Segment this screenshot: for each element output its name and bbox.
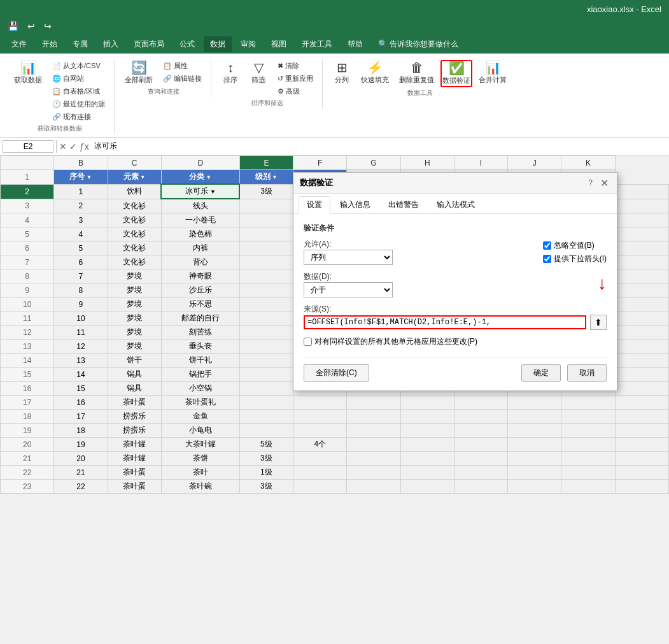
cell-7-extra-4[interactable] — [615, 255, 668, 269]
cell-23-extra-4[interactable] — [615, 480, 668, 494]
cell-22-extra-4[interactable] — [615, 466, 668, 480]
ribbon-btn-data-validation[interactable]: ✅ 数据验证 — [440, 60, 472, 87]
cell-18-g[interactable] — [347, 410, 400, 424]
ribbon-btn-split[interactable]: ⊞ 分列 — [329, 60, 355, 86]
cell-5-b[interactable]: 4 — [54, 227, 108, 241]
ribbon-btn-edit-links[interactable]: 🔗 编辑链接 — [159, 73, 206, 85]
ribbon-btn-advanced[interactable]: ⚙ 高级 — [274, 85, 317, 97]
cell-6-d[interactable]: 内裤 — [161, 241, 239, 255]
cell-11-b[interactable]: 10 — [54, 311, 108, 326]
col-header-h[interactable]: H — [400, 156, 454, 170]
cell-11-e[interactable] — [239, 311, 293, 326]
cancel-formula-icon[interactable]: ✕ — [59, 141, 67, 152]
cell-18-extra-1[interactable] — [454, 410, 507, 424]
cell-22-extra-2[interactable] — [508, 466, 561, 480]
cell-17-d[interactable]: 茶叶蛋礼 — [161, 396, 239, 410]
cell-18-e[interactable] — [239, 410, 293, 424]
cell-2-extra-4[interactable] — [615, 184, 668, 199]
cell-14-extra-4[interactable] — [615, 354, 668, 368]
cell-18-f[interactable] — [293, 410, 347, 424]
cell-22-c[interactable]: 茶叶蛋 — [108, 466, 161, 480]
cell-6-c[interactable]: 文化衫 — [108, 241, 161, 255]
cell-7-d[interactable]: 背心 — [161, 255, 239, 269]
cell-2-e[interactable]: 3级 — [239, 184, 293, 199]
cell-5-d[interactable]: 染色棉 — [161, 227, 239, 241]
cell-13-b[interactable]: 12 — [54, 340, 108, 354]
confirm-formula-icon[interactable]: ✓ — [69, 141, 77, 152]
cell-20-extra-3[interactable] — [561, 438, 615, 452]
cell-19-e[interactable] — [239, 424, 293, 438]
header-element[interactable]: 元素▼ — [108, 170, 161, 185]
cell-15-e[interactable] — [239, 368, 293, 382]
cell-22-b[interactable]: 21 — [54, 466, 108, 480]
cell-17-g[interactable] — [347, 396, 400, 410]
dialog-data-select[interactable]: 介于 — [304, 282, 393, 297]
cell-6-b[interactable]: 5 — [54, 241, 108, 255]
menu-view[interactable]: 视图 — [265, 36, 293, 52]
cell-15-c[interactable]: 锅具 — [108, 368, 161, 382]
cell-reference-input[interactable]: E2 — [3, 140, 53, 153]
ribbon-btn-from-text[interactable]: 📄 从文本/CSV — [48, 60, 109, 72]
data-validation-dialog[interactable]: 数据验证 ? ✕ 设置 输入信息 出错警告 输入法模式 验证条件 允许(A): … — [293, 172, 617, 391]
ribbon-btn-clear[interactable]: ✖ 清除 — [274, 60, 317, 72]
cell-7-c[interactable]: 文化衫 — [108, 255, 161, 269]
dialog-tab-settings[interactable]: 设置 — [299, 196, 330, 214]
cell-10-b[interactable]: 9 — [54, 297, 108, 311]
cell-21-e[interactable]: 3级 — [239, 452, 293, 466]
cell-16-e[interactable] — [239, 382, 293, 396]
col-header-i[interactable]: I — [454, 156, 507, 170]
dialog-btn-clear-all[interactable]: 全部清除(C) — [304, 364, 369, 382]
menu-page-layout[interactable]: 页面布局 — [127, 36, 171, 52]
cell-21-extra-1[interactable] — [454, 452, 507, 466]
cell-3-d[interactable]: 线头 — [161, 199, 239, 213]
cell-19-extra-0[interactable] — [400, 424, 454, 438]
cell-13-e[interactable] — [239, 340, 293, 354]
cell-8-b[interactable]: 7 — [54, 269, 108, 283]
cell-14-d[interactable]: 饼干礼 — [161, 354, 239, 368]
cell-21-g[interactable] — [347, 452, 400, 466]
cell-4-extra-4[interactable] — [615, 213, 668, 227]
cell-21-extra-3[interactable] — [561, 452, 615, 466]
ribbon-btn-refresh-all[interactable]: 🔄 全部刷新 — [121, 60, 157, 86]
cell-22-d[interactable]: 茶叶 — [161, 466, 239, 480]
cell-10-e[interactable] — [239, 297, 293, 311]
menu-home[interactable]: 开始 — [36, 36, 64, 52]
ribbon-btn-from-web[interactable]: 🌐 自网站 — [48, 73, 109, 85]
menu-file[interactable]: 文件 — [5, 36, 33, 52]
cell-12-e[interactable] — [239, 326, 293, 340]
cell-21-b[interactable]: 20 — [54, 452, 108, 466]
menu-data[interactable]: 数据 — [204, 36, 232, 52]
cell-21-c[interactable]: 茶叶罐 — [108, 452, 161, 466]
cell-12-c[interactable]: 梦境 — [108, 326, 161, 340]
cell-12-d[interactable]: 刻苦练 — [161, 326, 239, 340]
dialog-source-input[interactable]: =OFFSET(Info!$F$1,MATCH(D2,Info!E:E,)-1, — [304, 315, 586, 329]
menu-help[interactable]: 帮助 — [341, 36, 369, 52]
cell-22-extra-0[interactable] — [400, 466, 454, 480]
cell-4-b[interactable]: 3 — [54, 213, 108, 227]
formula-input[interactable]: 冰可乐 — [92, 141, 666, 152]
dialog-btn-cancel[interactable]: 取消 — [567, 364, 607, 382]
cell-6-e[interactable] — [239, 241, 293, 255]
cell-16-d[interactable]: 小空锅 — [161, 382, 239, 396]
cell-19-f[interactable] — [293, 424, 347, 438]
cell-16-b[interactable]: 15 — [54, 382, 108, 396]
ribbon-btn-existing[interactable]: 🔗 现有连接 — [48, 111, 109, 123]
ribbon-btn-properties[interactable]: 📋 属性 — [159, 60, 206, 72]
dialog-help-btn[interactable]: ? — [588, 178, 593, 187]
cell-17-extra-0[interactable] — [400, 396, 454, 410]
checkbox-apply-all[interactable] — [304, 338, 312, 346]
cell-20-extra-4[interactable] — [615, 438, 668, 452]
menu-developer[interactable]: 开发工具 — [295, 36, 339, 52]
cell-21-f[interactable] — [293, 452, 347, 466]
cell-23-extra-3[interactable] — [561, 480, 615, 494]
cell-19-c[interactable]: 捞捞乐 — [108, 424, 161, 438]
undo-icon[interactable]: ↩ — [25, 20, 38, 32]
insert-function-icon[interactable]: ƒx — [80, 141, 89, 152]
cell-2-d[interactable]: 冰可乐 ▼ — [161, 184, 239, 199]
cell-4-e[interactable] — [239, 213, 293, 227]
cell-18-extra-2[interactable] — [508, 410, 561, 424]
cell-2-c[interactable]: 饮料 — [108, 184, 161, 199]
cell-3-c[interactable]: 文化衫 — [108, 199, 161, 213]
cell-18-d[interactable]: 金鱼 — [161, 410, 239, 424]
cell-19-g[interactable] — [347, 424, 400, 438]
